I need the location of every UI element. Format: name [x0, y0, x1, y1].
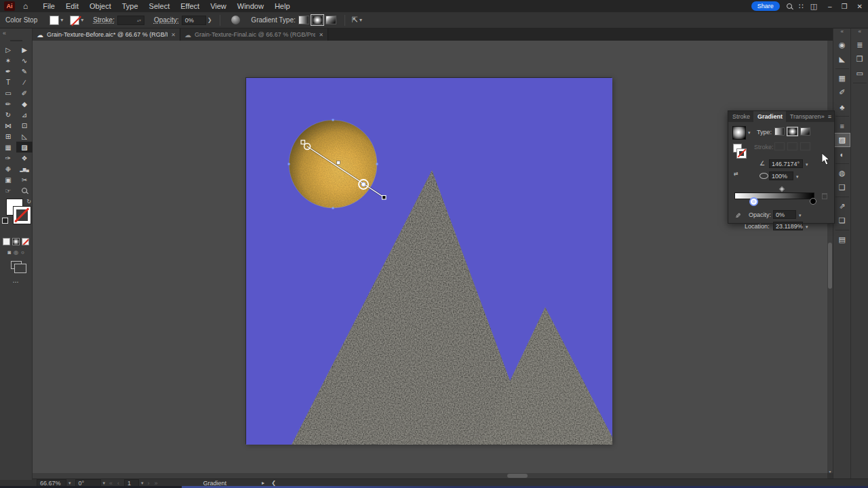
- appearance-panel-icon[interactable]: ◍: [835, 167, 850, 180]
- isolate-selected-object-icon[interactable]: ⇱: [352, 16, 358, 24]
- mesh-tool[interactable]: ▦: [0, 142, 16, 152]
- stroke-panel-icon[interactable]: ≡: [835, 119, 850, 132]
- tab-grain-texture-before[interactable]: ☁ Grain-Texture-Before.aic* @ 66.67 % (R…: [33, 28, 180, 41]
- angle-field[interactable]: 146.7174°: [769, 159, 803, 168]
- gradient-mode-button[interactable]: [12, 238, 20, 245]
- annotator-midpoint-handle[interactable]: [337, 161, 340, 165]
- width-tool[interactable]: ⋈: [0, 120, 16, 131]
- default-fill-stroke-icon[interactable]: [2, 218, 8, 224]
- layout-icon[interactable]: ◫: [810, 2, 817, 11]
- none-mode-button[interactable]: [22, 238, 29, 245]
- artboard[interactable]: [245, 77, 612, 444]
- close-button[interactable]: ✕: [857, 3, 863, 10]
- blend-tool[interactable]: ❖: [16, 152, 33, 163]
- artboard-dropdown-icon[interactable]: ▾: [141, 481, 144, 486]
- aspect-dropdown-icon[interactable]: ▾: [796, 174, 799, 180]
- draw-normal-icon[interactable]: ◙: [7, 249, 11, 256]
- gradient-swatch-dropdown-icon[interactable]: ▾: [748, 130, 751, 136]
- horizontal-scrollbar[interactable]: [33, 473, 827, 479]
- lasso-tool[interactable]: ∿: [16, 55, 33, 66]
- tab-gradient[interactable]: Gradient: [753, 111, 786, 122]
- color-panel-icon[interactable]: ◉: [835, 39, 850, 52]
- menu-help[interactable]: Help: [269, 1, 296, 12]
- vertical-scrollbar[interactable]: [827, 41, 833, 473]
- symbols-panel-icon[interactable]: ♣: [835, 100, 850, 113]
- curvature-tool[interactable]: ✎: [16, 66, 33, 77]
- draw-inside-icon[interactable]: ○: [21, 249, 24, 256]
- menu-file[interactable]: File: [37, 1, 60, 12]
- gradient-stop-black[interactable]: [810, 198, 816, 205]
- horizontal-scrollbar-thumb[interactable]: [507, 474, 528, 478]
- linear-gradient-button[interactable]: [298, 16, 309, 24]
- collapse-toolbar-icon[interactable]: «: [0, 28, 32, 38]
- recolor-artwork-icon[interactable]: [231, 16, 240, 24]
- menu-effect[interactable]: Effect: [175, 1, 205, 12]
- opacity-arrow-icon[interactable]: ❯: [208, 17, 212, 23]
- isolate-dropdown-icon[interactable]: ▾: [359, 17, 362, 23]
- current-tool-indicator[interactable]: Gradient: [203, 480, 227, 487]
- menu-view[interactable]: View: [205, 1, 232, 12]
- stroke-stepper-icon[interactable]: ▴▾: [137, 18, 141, 22]
- rotation-dropdown-icon[interactable]: ▾: [103, 481, 106, 486]
- gradient-midpoint-handle[interactable]: [779, 186, 785, 192]
- draw-behind-icon[interactable]: ◎: [14, 249, 18, 256]
- properties-panel-icon[interactable]: ≣: [852, 39, 867, 52]
- menu-type[interactable]: Type: [117, 1, 144, 12]
- color-mode-button[interactable]: [3, 238, 10, 245]
- transparency-panel-icon[interactable]: ◐: [835, 148, 850, 161]
- layers-panel-icon[interactable]: ▤: [835, 233, 850, 246]
- gradient-swatch-thumbnail[interactable]: [732, 126, 746, 140]
- eyedropper-tool[interactable]: ✑: [0, 152, 16, 163]
- slice-tool[interactable]: ✂: [16, 174, 33, 185]
- menu-window[interactable]: Window: [232, 1, 269, 12]
- selection-tool[interactable]: ▷: [0, 44, 16, 55]
- pen-tool[interactable]: ✒: [0, 66, 16, 77]
- edit-toolbar-icon[interactable]: ⋯: [0, 279, 32, 285]
- panel-stroke-proxy[interactable]: [737, 149, 746, 158]
- direct-selection-tool[interactable]: ▶: [16, 44, 33, 55]
- tab-grain-texture-final[interactable]: ☁ Grain-Texture-Final.aic @ 66.67 % (RGB…: [180, 28, 328, 41]
- tab-transparency[interactable]: Transparency: [786, 111, 821, 122]
- share-button[interactable]: Share: [751, 1, 780, 11]
- menu-object[interactable]: Object: [84, 1, 117, 12]
- angle-dropdown-icon[interactable]: ▾: [806, 162, 808, 167]
- status-back-icon[interactable]: ❮: [271, 480, 276, 486]
- export-panel-icon[interactable]: ⇗: [835, 200, 850, 213]
- search-icon[interactable]: [787, 3, 792, 9]
- eraser-tool[interactable]: ◆: [16, 98, 33, 109]
- gradient-panel-icon[interactable]: ▨: [835, 134, 850, 146]
- comments-panel-icon[interactable]: ▭: [852, 67, 867, 80]
- collapse-dock-icon[interactable]: «: [841, 28, 844, 38]
- gradient-tool[interactable]: ▨: [16, 142, 33, 152]
- zoom-dropdown-icon[interactable]: ▾: [68, 481, 71, 486]
- home-icon[interactable]: ⌂: [23, 1, 28, 11]
- radial-gradient-button[interactable]: [312, 16, 323, 24]
- apps-icon[interactable]: ∷: [799, 2, 804, 11]
- minimize-button[interactable]: –: [828, 3, 832, 10]
- screen-mode-icon[interactable]: [11, 261, 22, 269]
- panel-freeform-gradient-button[interactable]: [800, 127, 810, 136]
- hand-tool[interactable]: ☞: [0, 185, 16, 196]
- close-tab-icon[interactable]: ✕: [171, 32, 176, 38]
- artboard-tool[interactable]: ▣: [0, 174, 16, 185]
- toolbar-drag-handle[interactable]: [10, 40, 22, 41]
- shape-builder-tool[interactable]: ⊞: [0, 131, 16, 142]
- opacity-field[interactable]: 0%: [182, 16, 206, 25]
- stroke-weight-label[interactable]: Stroke:: [93, 16, 115, 24]
- stroke-color-proxy[interactable]: [14, 207, 31, 224]
- location-field[interactable]: 23.1189%: [773, 222, 803, 230]
- type-tool[interactable]: T: [0, 77, 16, 87]
- free-transform-tool[interactable]: ⊡: [16, 120, 33, 131]
- stop-opacity-field[interactable]: 0%: [773, 210, 796, 219]
- scrollbar-down-icon[interactable]: ▾: [827, 469, 833, 474]
- color-guide-panel-icon[interactable]: ◣: [835, 53, 850, 66]
- selected-color-stop[interactable]: [361, 182, 366, 186]
- perspective-grid-tool[interactable]: ◺: [16, 131, 33, 142]
- rectangle-tool[interactable]: ▭: [0, 87, 16, 98]
- menu-select[interactable]: Select: [144, 1, 176, 12]
- swatches-panel-icon[interactable]: ▦: [835, 72, 850, 85]
- artboards-panel-icon[interactable]: ❏: [835, 214, 850, 227]
- shaper-tool[interactable]: ✏: [0, 98, 16, 109]
- annotator-end-handle[interactable]: [382, 196, 387, 200]
- graphic-styles-panel-icon[interactable]: ❑: [835, 181, 850, 194]
